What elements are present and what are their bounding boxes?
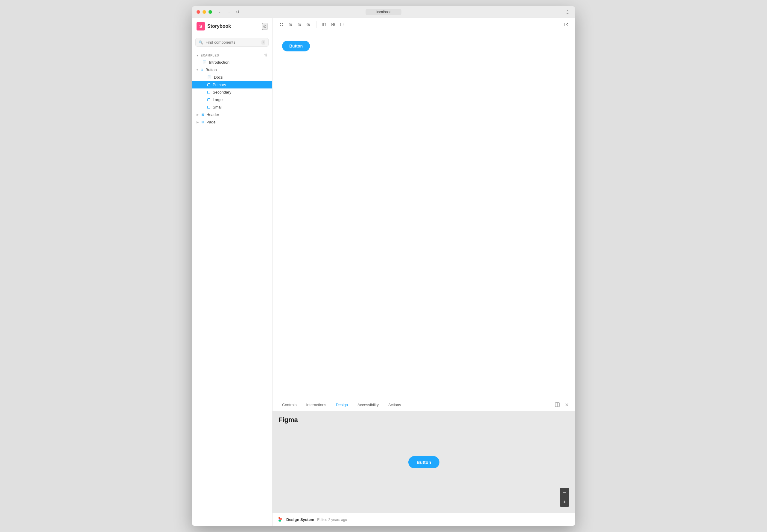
sidebar-item-button-small[interactable]: Small [192, 103, 272, 111]
storybook-logo-icon: S [197, 22, 205, 30]
addon-panel: Controls Interactions Design Accessibili… [273, 399, 575, 526]
preview-area: Button [273, 31, 575, 399]
component-icon: ⊞ [201, 113, 204, 117]
svg-rect-8 [341, 23, 344, 26]
sidebar-header: S Storybook ⚙ [192, 18, 272, 35]
close-button[interactable] [197, 10, 200, 14]
footer-title: Design System [286, 517, 314, 522]
grid-button[interactable] [329, 20, 337, 29]
svg-rect-3 [323, 23, 326, 26]
sidebar-item-introduction[interactable]: 📄 Introduction [192, 59, 272, 66]
svg-rect-7 [334, 25, 335, 26]
toolbar-middle [320, 20, 346, 29]
search-icon: 🔍 [199, 40, 203, 45]
url-text: localhost [376, 10, 390, 14]
close-panel-button[interactable] [563, 401, 570, 409]
logo-area: S Storybook [197, 22, 231, 30]
expand-arrow-icon: ▶ [197, 113, 199, 116]
sidebar-item-label: Large [213, 97, 223, 102]
toolbar-right [562, 20, 570, 29]
toolbar-left [277, 20, 313, 29]
back-button[interactable]: ← [217, 9, 224, 15]
browser-nav: ← → ↺ [217, 9, 241, 15]
component-icon: ⊞ [201, 68, 203, 72]
zoom-in-button[interactable] [286, 20, 295, 29]
search-shortcut: / [262, 40, 265, 45]
zoom-controls: − + [560, 488, 569, 507]
app-window: ← → ↺ localhost ⬡ S Storybook ⚙ 🔍 / [192, 6, 575, 526]
url-bar[interactable]: localhost [366, 9, 401, 15]
book-icon: 📄 [203, 60, 207, 64]
sidebar-item-label: Secondary [213, 90, 231, 94]
toolbar-divider-1 [316, 21, 317, 28]
zoom-out-button[interactable] [295, 20, 304, 29]
toolbar [273, 18, 575, 31]
preview-button[interactable]: Button [282, 41, 310, 51]
addon-tabs: Controls Interactions Design Accessibili… [273, 399, 575, 411]
section-collapse-arrow[interactable]: ▾ [197, 54, 198, 57]
refresh-toolbar-button[interactable] [277, 20, 286, 29]
addon-panel-actions [554, 401, 570, 409]
tab-accessibility[interactable]: Accessibility [353, 399, 384, 411]
sidebar-item-header-group[interactable]: ▶ ⊞ Header [192, 111, 272, 118]
sidebar-item-label: Primary [213, 82, 226, 87]
sidebar-group-label: Page [207, 120, 216, 124]
sidebar-nav: ▾ EXAMPLES ⇅ 📄 Introduction ▾ ⊞ Button [192, 50, 272, 526]
logo-text: Storybook [207, 24, 231, 29]
sidebar-item-label: Introduction [209, 60, 230, 65]
open-new-window-button[interactable] [562, 20, 570, 29]
svg-rect-5 [334, 23, 335, 24]
section-label: EXAMPLES [201, 54, 219, 57]
docs-icon: 📄 [207, 75, 212, 79]
expand-arrow-icon: ▶ [197, 120, 199, 124]
footer-bar: Design System Edited 2 years ago [273, 513, 575, 526]
section-sort-icon[interactable]: ⇅ [264, 53, 268, 57]
figma-label: Figma [279, 416, 298, 424]
story-icon [207, 83, 210, 86]
search-box[interactable]: 🔍 / [196, 38, 269, 47]
fullscreen-button[interactable] [320, 20, 329, 29]
maximize-button[interactable] [209, 10, 212, 14]
sidebar-item-label: Docs [214, 75, 223, 80]
story-icon [207, 106, 210, 109]
svg-rect-6 [332, 25, 333, 26]
minimize-button[interactable] [203, 10, 206, 14]
figma-icon [277, 517, 283, 523]
refresh-button[interactable]: ↺ [235, 9, 241, 15]
figma-preview-button[interactable]: Button [408, 456, 439, 468]
story-icon [207, 98, 210, 101]
titlebar: ← → ↺ localhost ⬡ [192, 6, 575, 18]
sidebar-group-label: Header [207, 112, 219, 117]
story-icon [207, 91, 210, 94]
sidebar-group-label: Button [206, 68, 217, 72]
tab-design[interactable]: Design [331, 399, 353, 411]
section-header-examples: ▾ EXAMPLES ⇅ [192, 51, 272, 59]
tab-controls[interactable]: Controls [277, 399, 301, 411]
open-external-button[interactable]: ⬡ [564, 9, 570, 15]
split-panel-button[interactable] [554, 401, 561, 409]
app-layout: S Storybook ⚙ 🔍 / ▾ EXAMPLES ⇅ 📄 [192, 18, 575, 526]
component-icon: ⊞ [201, 120, 204, 124]
sidebar-item-button-large[interactable]: Large [192, 96, 272, 103]
sidebar-item-button-group[interactable]: ▾ ⊞ Button [192, 66, 272, 74]
traffic-lights [197, 10, 212, 14]
sidebar-item-button-primary[interactable]: Primary [192, 81, 272, 88]
outline-button[interactable] [338, 20, 346, 29]
svg-rect-4 [332, 23, 333, 24]
zoom-decrease-button[interactable]: − [560, 488, 569, 497]
zoom-increase-button[interactable]: + [560, 497, 569, 507]
expand-arrow-icon: ▾ [197, 68, 198, 71]
design-panel-content: Figma Button − + [273, 411, 575, 513]
sidebar-item-button-secondary[interactable]: Secondary [192, 88, 272, 96]
sidebar-item-page-group[interactable]: ▶ ⊞ Page [192, 118, 272, 126]
settings-button[interactable]: ⚙ [262, 23, 268, 30]
tab-actions[interactable]: Actions [384, 399, 406, 411]
forward-button[interactable]: → [226, 9, 233, 15]
titlebar-right: ⬡ [564, 9, 570, 15]
tab-interactions[interactable]: Interactions [301, 399, 331, 411]
sidebar-item-button-docs[interactable]: 📄 Docs [192, 74, 272, 81]
zoom-reset-button[interactable] [304, 20, 313, 29]
search-input[interactable] [206, 40, 259, 45]
footer-meta: Edited 2 years ago [317, 518, 347, 522]
sidebar-item-label: Small [213, 105, 223, 109]
